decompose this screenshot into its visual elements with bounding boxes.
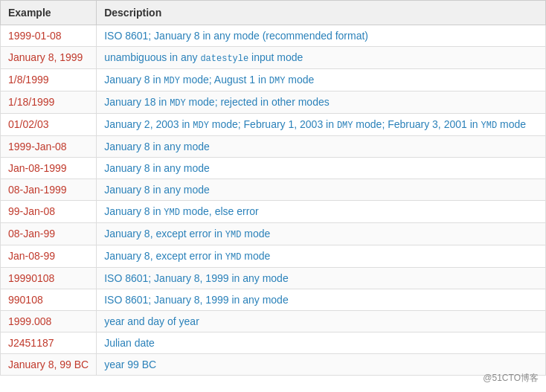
description-cell: January 8 in any mode [97,158,546,179]
table-row: 1/18/1999January 18 in MDY mode; rejecte… [1,91,546,114]
table-row: 1999-01-08ISO 8601; January 8 in any mod… [1,25,546,47]
example-cell: 990108 [1,289,97,311]
example-cell: 1999-Jan-08 [1,136,97,158]
table-row: 99-Jan-08January 8 in YMD mode, else err… [1,201,546,223]
description-cell: January 18 in MDY mode; rejected in othe… [97,91,546,114]
description-cell: January 2, 2003 in MDY mode; February 1,… [97,114,546,136]
table-row: 990108ISO 8601; January 8, 1999 in any m… [1,289,546,311]
col-header-description: Description [97,1,546,25]
table-row: January 8, 99 BCyear 99 BC [1,354,546,376]
example-cell: 1999-01-08 [1,25,97,47]
table-row: Jan-08-1999January 8 in any mode [1,158,546,179]
description-cell: January 8, except error in YMD mode [97,223,546,245]
example-cell: 99-Jan-08 [1,201,97,223]
table-row: January 8, 1999unambiguous in any datest… [1,47,546,69]
table-row: 01/02/03January 2, 2003 in MDY mode; Feb… [1,114,546,136]
table-row: 08-Jan-99January 8, except error in YMD … [1,223,546,245]
description-cell: January 8 in YMD mode, else error [97,201,546,223]
table-row: 1999-Jan-08January 8 in any mode [1,136,546,158]
description-cell: year and day of year [97,311,546,332]
description-cell: ISO 8601; January 8, 1999 in any mode [97,289,546,311]
col-header-example: Example [1,1,97,25]
table-row: 08-Jan-1999January 8 in any mode [1,179,546,201]
example-cell: 19990108 [1,268,97,289]
table-row: 1/8/1999January 8 in MDY mode; August 1 … [1,69,546,91]
example-cell: Jan-08-1999 [1,158,97,179]
example-cell: 08-Jan-99 [1,223,97,245]
description-cell: January 8, except error in YMD mode [97,245,546,268]
table-row: 19990108ISO 8601; January 8, 1999 in any… [1,268,546,289]
description-cell: Julian date [97,332,546,354]
example-cell: 1999.008 [1,311,97,332]
description-cell: January 8 in MDY mode; August 1 in DMY m… [97,69,546,91]
table-row: 1999.008year and day of year [1,311,546,332]
example-cell: Jan-08-99 [1,245,97,268]
description-cell: unambiguous in any datestyle input mode [97,47,546,69]
watermark: @51CTO博客 [483,372,539,376]
table-row: Jan-08-99January 8, except error in YMD … [1,245,546,268]
example-cell: 01/02/03 [1,114,97,136]
date-examples-table: Example Description 1999-01-08ISO 8601; … [0,0,546,376]
description-cell: January 8 in any mode [97,136,546,158]
table-row: J2451187Julian date [1,332,546,354]
example-cell: 1/8/1999 [1,69,97,91]
example-cell: J2451187 [1,332,97,354]
example-cell: January 8, 1999 [1,47,97,69]
description-cell: year 99 BC [97,354,546,376]
description-cell: ISO 8601; January 8, 1999 in any mode [97,268,546,289]
example-cell: January 8, 99 BC [1,354,97,376]
description-cell: ISO 8601; January 8 in any mode (recomme… [97,25,546,47]
example-cell: 1/18/1999 [1,91,97,114]
example-cell: 08-Jan-1999 [1,179,97,201]
description-cell: January 8 in any mode [97,179,546,201]
